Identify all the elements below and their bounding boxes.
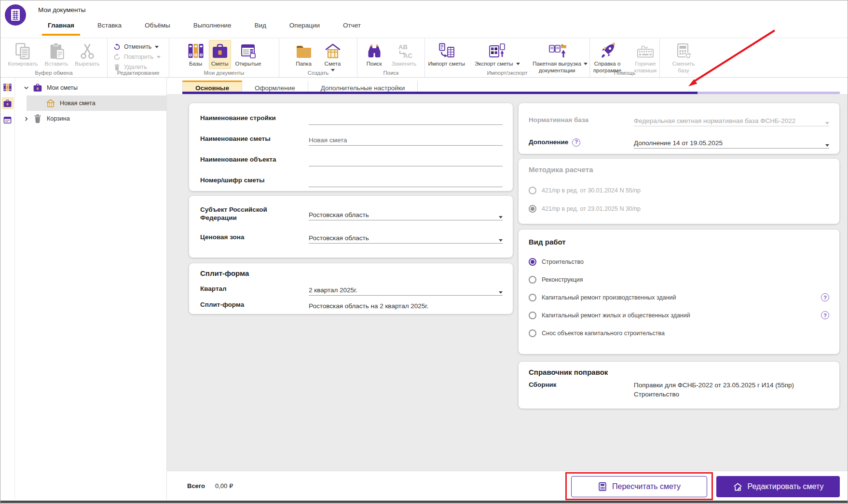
help-icon[interactable]: ? <box>821 293 829 301</box>
redo-dropdown-caret[interactable] <box>157 56 161 58</box>
keyboard-icon <box>636 41 655 61</box>
undo-icon <box>113 43 121 51</box>
menu-tab-insert[interactable]: Вставка <box>97 21 122 36</box>
change-base-button[interactable]: Сменить базу <box>668 40 699 75</box>
radio-residential-repair[interactable]: Капитальный ремонт жилых и общественных … <box>529 311 829 319</box>
card-region: Субъект Российской Федерации Ростовская … <box>189 196 513 258</box>
subject-dropdown[interactable]: Ростовская область <box>309 208 503 220</box>
menu-bar: Главная Вставка Объёмы Выполнение Вид Оп… <box>48 21 361 36</box>
binoculars-icon <box>366 41 383 61</box>
strip-bases-icon[interactable] <box>2 82 14 93</box>
house-icon <box>324 41 342 61</box>
ribbon-toolbar: Копировать Вставить Вырезать Буфер обмен… <box>0 38 848 78</box>
menu-tab-report[interactable]: Отчет <box>343 21 361 36</box>
opened-button[interactable]: Открытые <box>233 40 264 69</box>
rocket-icon <box>599 41 616 61</box>
normative-base-dropdown[interactable]: Федеральная сметная нормативная база ФСН… <box>634 114 829 126</box>
documents-tree: Мои сметы Новая смета Корзина <box>15 78 167 500</box>
redo-icon <box>113 54 121 61</box>
create-folder-button[interactable]: Папка <box>293 40 315 69</box>
card-normative-base: Нормативная база Федеральная сметная нор… <box>519 103 839 154</box>
dropdown-caret-icon <box>499 216 503 218</box>
radio-icon <box>529 312 536 319</box>
estimate-name-input[interactable]: Новая смета <box>309 133 503 146</box>
tree-item-trash[interactable]: Корзина <box>15 111 166 126</box>
quarter-dropdown[interactable]: 2 квартал 2025г. <box>309 283 503 296</box>
corrections-title: Справочник поправок <box>529 368 829 376</box>
undo-dropdown-caret[interactable] <box>155 46 159 48</box>
window-title: Мои документы <box>38 6 85 14</box>
construction-name-input[interactable] <box>309 112 503 125</box>
bases-button[interactable]: Базы <box>185 40 207 69</box>
calculator-icon <box>598 482 607 491</box>
ribbon-group-my-documents: Базы Сметы Открытые Мои документы <box>169 38 279 77</box>
replace-button[interactable]: Заменить <box>389 40 419 69</box>
replace-icon <box>395 41 413 61</box>
dropdown-caret-icon <box>825 122 829 124</box>
radio-construction[interactable]: Строительство <box>529 258 829 266</box>
total-label: Всего <box>187 482 205 490</box>
menu-tab-operations[interactable]: Операции <box>289 21 320 36</box>
ribbon-group-import-export: Импорт сметы Экспорт сметы Пакетная выгр… <box>425 38 590 77</box>
menu-tab-home[interactable]: Главная <box>42 21 80 36</box>
menu-tab-view[interactable]: Вид <box>254 21 266 36</box>
ribbon-group-label: Создать <box>279 70 357 76</box>
batch-export-dropdown-caret[interactable] <box>584 63 588 65</box>
redo-button[interactable]: Повторить <box>113 53 164 61</box>
radio-selected-icon <box>529 258 536 266</box>
radio-reconstruction[interactable]: Реконструкция <box>529 275 829 284</box>
create-estimate-button[interactable]: Смета <box>322 40 344 73</box>
ribbon-group-help: Справка о программе Горячие клавиши Помо… <box>590 38 660 77</box>
search-button[interactable]: Поиск <box>363 40 385 69</box>
title-bar: Мои документы Главная Вставка Объёмы Вып… <box>0 0 848 38</box>
ribbon-group-label: Редактирование <box>108 70 169 76</box>
ribbon-group-label: Помощь <box>590 70 659 76</box>
house-icon <box>46 98 55 108</box>
radio-demolition[interactable]: Снос объектов капитального строительства <box>529 329 829 337</box>
collection-value: Поправки для ФСНБ-2022 от 23.05.2025 г И… <box>634 381 829 399</box>
change-base-icon <box>675 41 692 61</box>
radio-icon <box>529 276 536 284</box>
paste-icon <box>48 41 65 61</box>
ribbon-group-clipboard: Копировать Вставить Вырезать Буфер обмен… <box>0 38 108 77</box>
chevron-down-icon[interactable] <box>24 85 29 91</box>
recalculate-estimate-button[interactable]: Пересчитать смету <box>571 476 707 497</box>
edit-estimate-button[interactable]: Редактировать смету <box>716 476 840 497</box>
tree-item-new-estimate[interactable]: Новая смета <box>27 95 166 111</box>
help-icon[interactable]: ? <box>821 311 829 319</box>
radio-industrial-repair[interactable]: Капитальный ремонт производственных здан… <box>529 293 829 301</box>
menu-tab-execution[interactable]: Выполнение <box>193 21 232 36</box>
help-icon[interactable]: ? <box>572 138 580 147</box>
strip-opened-icon[interactable] <box>2 114 14 126</box>
card-work-type: Вид работ Строительство Реконструкция Ка… <box>519 230 839 354</box>
paste-button[interactable]: Вставить <box>42 40 71 69</box>
ribbon-group-search: Поиск Заменить Поиск <box>357 38 425 77</box>
export-dropdown-caret[interactable] <box>516 63 520 65</box>
card-estimate-names: Наименование стройки Наименование сметы … <box>189 103 513 191</box>
copy-button[interactable]: Копировать <box>6 40 41 69</box>
card-split-form: Сплит-форма Квартал 2 квартал 2025г. Спл… <box>189 263 513 314</box>
radio-selected-icon <box>529 205 536 213</box>
tree-item-my-estimates[interactable]: Мои сметы <box>15 80 166 95</box>
binders-icon <box>187 41 205 61</box>
card-corrections: Справочник поправок Сборник Поправки для… <box>519 362 839 409</box>
cut-button[interactable]: Вырезать <box>72 40 102 69</box>
estimates-button[interactable]: Сметы <box>209 40 231 69</box>
radio-method-2025[interactable]: 421/пр в ред. от 23.01.2025 N 30/пр <box>529 204 829 213</box>
radio-icon <box>529 294 536 301</box>
menu-tab-volumes[interactable]: Объёмы <box>145 21 170 36</box>
undo-button[interactable]: Отменить <box>113 43 164 51</box>
addition-dropdown[interactable]: Дополнение 14 от 19.05.2025 <box>634 136 829 149</box>
estimate-code-input[interactable] <box>309 175 503 187</box>
scissors-icon <box>79 41 96 61</box>
ribbon-group-change-base: Сменить базу <box>660 38 848 77</box>
radio-method-2024[interactable]: 421/пр в ред. от 30.01.2024 N 55/пр <box>529 186 829 194</box>
ribbon-group-label: Импорт/экспорт <box>425 70 589 76</box>
export-estimate-button[interactable]: Экспорт сметы <box>472 40 521 69</box>
method-title: Методика расчета <box>529 165 829 174</box>
import-estimate-button[interactable]: Импорт сметы <box>425 40 467 69</box>
chevron-right-icon[interactable] <box>24 116 29 122</box>
object-name-input[interactable] <box>309 154 503 166</box>
strip-estimates-icon[interactable] <box>2 97 14 109</box>
price-zone-dropdown[interactable]: Ростовская область <box>309 231 503 244</box>
